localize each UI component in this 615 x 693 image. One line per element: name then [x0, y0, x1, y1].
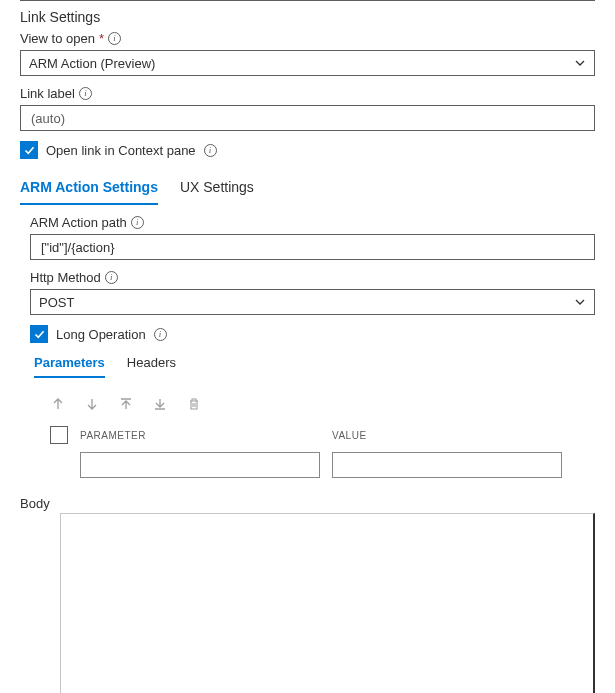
required-asterisk: * — [99, 31, 104, 46]
table-row — [50, 452, 595, 478]
chevron-down-icon — [574, 296, 586, 308]
body-editor[interactable] — [60, 513, 595, 693]
open-context-label: Open link in Context pane — [46, 143, 196, 158]
link-label-label: Link label i — [20, 86, 595, 101]
parameter-value-input[interactable] — [332, 452, 562, 478]
view-to-open-select[interactable]: ARM Action (Preview) — [20, 50, 595, 76]
subtab-headers[interactable]: Headers — [127, 351, 176, 378]
delete-icon[interactable] — [186, 396, 202, 412]
tab-ux-settings[interactable]: UX Settings — [180, 173, 254, 205]
section-title: Link Settings — [20, 9, 595, 25]
move-down-icon[interactable] — [84, 396, 100, 412]
chevron-down-icon — [574, 57, 586, 69]
tab-arm-action-settings[interactable]: ARM Action Settings — [20, 173, 158, 205]
arm-action-path-label: ARM Action path i — [30, 215, 595, 230]
column-parameter: PARAMETER — [80, 430, 320, 441]
info-icon[interactable]: i — [108, 32, 121, 45]
move-to-bottom-icon[interactable] — [152, 396, 168, 412]
open-context-checkbox[interactable] — [20, 141, 38, 159]
http-method-label: Http Method i — [30, 270, 595, 285]
info-icon[interactable]: i — [79, 87, 92, 100]
subtab-parameters[interactable]: Parameters — [34, 351, 105, 378]
long-operation-checkbox[interactable] — [30, 325, 48, 343]
move-up-icon[interactable] — [50, 396, 66, 412]
long-operation-label: Long Operation — [56, 327, 146, 342]
info-icon[interactable]: i — [131, 216, 144, 229]
info-icon[interactable]: i — [204, 144, 217, 157]
link-label-input[interactable] — [20, 105, 595, 131]
info-icon[interactable]: i — [105, 271, 118, 284]
view-to-open-label: View to open * i — [20, 31, 595, 46]
info-icon[interactable]: i — [154, 328, 167, 341]
arm-action-path-input[interactable] — [30, 234, 595, 260]
body-label: Body — [20, 496, 595, 511]
column-value: VALUE — [332, 430, 595, 441]
parameter-name-input[interactable] — [80, 452, 320, 478]
select-all-checkbox[interactable] — [50, 426, 68, 444]
move-to-top-icon[interactable] — [118, 396, 134, 412]
http-method-select[interactable]: POST — [30, 289, 595, 315]
